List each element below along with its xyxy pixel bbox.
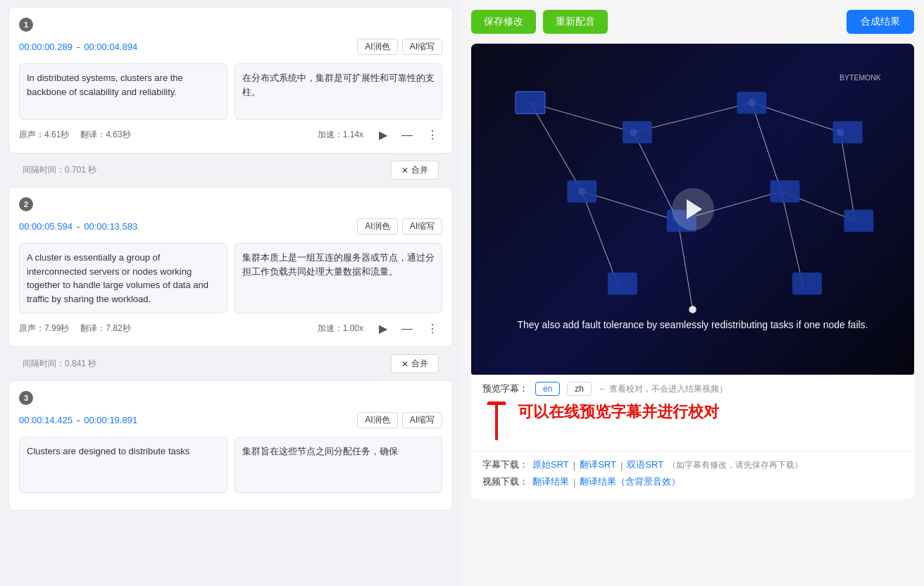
left-panel: 1 00:00:00.289 - 00:00:04.894 AI润色 AI缩写 … — [0, 0, 461, 586]
segment-1-ai-shorten[interactable]: AI缩写 — [402, 39, 442, 55]
svg-line-12 — [781, 192, 803, 287]
svg-rect-28 — [792, 273, 822, 294]
segment-3-translated-text[interactable]: 集群旨在这些节点之间分配任务，确保 — [235, 437, 443, 493]
segment-1-translated-text[interactable]: 在分布式系统中，集群是可扩展性和可靠性的支柱。 — [235, 63, 443, 120]
svg-line-7 — [582, 192, 678, 221]
segment-2-orig-dur: 原声：7.99秒 — [19, 323, 69, 335]
segment-2-footer: 原声：7.99秒 翻译：7.82秒 加速：1.00x ▶ — ⋮ — [19, 320, 442, 337]
gap-2-merge-btn[interactable]: ✕ 合并 — [391, 354, 439, 373]
segment-1-time-range: 00:00:00.289 - 00:00:04.894 — [19, 42, 137, 52]
svg-line-5 — [751, 103, 781, 192]
segment-1-original-text[interactable]: In distributed systems, clusters are the… — [19, 63, 227, 120]
segment-3-ai-btns: AI润色 AI缩写 — [357, 412, 442, 428]
segment-1-badge: 1 — [19, 18, 33, 32]
segment-2: 2 00:00:05.594 - 00:00:13.583 AI润色 AI缩写 … — [8, 187, 453, 347]
svg-rect-26 — [844, 210, 873, 232]
subtitle-note: （如字幕有修改，请先保存再下载） — [668, 459, 803, 471]
svg-line-11 — [678, 221, 693, 310]
svg-rect-22 — [833, 121, 863, 143]
svg-line-3 — [530, 103, 582, 192]
segment-3-badge: 3 — [19, 391, 33, 405]
segment-1: 1 00:00:00.289 - 00:00:04.894 AI润色 AI缩写 … — [8, 7, 453, 154]
segment-3-header: 00:00:14.425 - 00:00:19.891 AI润色 AI缩写 — [19, 412, 442, 428]
preview-label: 预览字幕： — [482, 382, 528, 395]
segment-1-header: 00:00:00.289 - 00:00:04.894 AI润色 AI缩写 — [19, 39, 442, 55]
svg-rect-27 — [608, 273, 637, 294]
segment-2-more-btn[interactable]: ⋮ — [423, 320, 442, 337]
segment-3-start: 00:00:14.425 — [19, 415, 73, 425]
segment-2-header: 00:00:05.594 - 00:00:13.583 AI润色 AI缩写 — [19, 218, 442, 235]
gap-1-merge-btn[interactable]: ✕ 合并 — [391, 161, 439, 180]
segment-3-original-text[interactable]: Clusters are designed to distribute task… — [19, 437, 227, 493]
lang-zh-btn[interactable]: zh — [567, 382, 592, 396]
segment-3-end: 00:00:19.891 — [84, 415, 137, 425]
video-placeholder: BYTEMONK They also add fault tolerance b… — [471, 44, 914, 375]
subtitle-download-label: 字幕下载： — [482, 459, 528, 471]
gap-1-label: 间隔时间：0.701 秒 — [23, 164, 96, 176]
lang-en-btn[interactable]: en — [535, 382, 560, 396]
video-translated-link[interactable]: 翻译结果 — [532, 475, 569, 488]
subtitle-download-row: 字幕下载： 原始SRT | 翻译SRT | 双语SRT （如字幕有修改，请先保存… — [482, 459, 903, 471]
subtitle-original-link[interactable]: 原始SRT — [532, 459, 569, 471]
segment-1-playback: ▶ — ⋮ — [375, 127, 442, 143]
svg-point-17 — [689, 306, 696, 313]
left-action-group: 保存修改 重新配音 — [471, 10, 608, 34]
segment-2-speed: 加速：1.00x — [318, 323, 363, 335]
segment-2-start: 00:00:05.594 — [19, 221, 73, 232]
segment-3-ai-polish[interactable]: AI润色 — [357, 412, 397, 428]
segment-2-trans-dur: 翻译：7.82秒 — [80, 323, 130, 335]
save-btn[interactable]: 保存修改 — [471, 10, 536, 34]
video-with-bgm-link[interactable]: 翻译结果（含背景音效） — [580, 475, 680, 488]
segment-1-text-areas: In distributed systems, clusters are the… — [19, 63, 442, 120]
segment-3-time-range: 00:00:14.425 - 00:00:19.891 — [19, 415, 137, 425]
segment-2-translated-text[interactable]: 集群本质上是一组互连的服务器或节点，通过分担工作负载共同处理大量数据和流量。 — [235, 243, 443, 313]
segment-3: 3 00:00:14.425 - 00:00:19.891 AI润色 AI缩写 … — [8, 380, 453, 511]
gap-1: 间隔时间：0.701 秒 ✕ 合并 — [8, 154, 453, 187]
svg-text:BYTEMONK: BYTEMONK — [839, 74, 881, 82]
merge-icon-2: ✕ — [401, 359, 408, 369]
segment-1-ai-polish[interactable]: AI润色 — [357, 39, 397, 55]
svg-line-0 — [530, 103, 634, 132]
video-container: BYTEMONK They also add fault tolerance b… — [471, 44, 914, 499]
segment-2-minus-btn[interactable]: — — [397, 321, 417, 337]
right-panel: 保存修改 重新配音 合成结果 — [461, 0, 924, 586]
reconfig-btn[interactable]: 重新配音 — [543, 10, 608, 34]
play-triangle-icon — [687, 199, 702, 219]
segment-1-play-btn[interactable]: ▶ — [375, 127, 392, 143]
segment-3-sep: - — [77, 415, 80, 425]
gap-1-merge-label: 合并 — [411, 164, 428, 176]
video-download-row: 视频下载： 翻译结果 | 翻译结果（含背景音效） — [482, 475, 903, 488]
compose-btn[interactable]: 合成结果 — [847, 10, 914, 34]
segment-1-minus-btn[interactable]: — — [397, 127, 417, 143]
subtitle-translated-link[interactable]: 翻译SRT — [580, 459, 616, 471]
segment-2-time-range: 00:00:05.594 - 00:00:13.583 — [19, 221, 137, 232]
play-button[interactable] — [672, 188, 714, 230]
segment-2-ai-polish[interactable]: AI润色 — [357, 218, 397, 235]
segment-2-end: 00:00:13.583 — [84, 221, 137, 232]
segment-1-footer: 原声：4.61秒 翻译：4.63秒 加速：1.14x ▶ — ⋮ — [19, 127, 442, 143]
segment-2-original-text[interactable]: A cluster is essentially a group of inte… — [19, 243, 227, 313]
svg-line-10 — [582, 192, 618, 287]
subtitle-bilingual-link[interactable]: 双语SRT — [627, 459, 663, 471]
segment-2-ai-shorten[interactable]: AI缩写 — [402, 218, 442, 235]
segment-2-durations: 原声：7.99秒 翻译：7.82秒 — [19, 323, 131, 335]
segment-3-ai-shorten[interactable]: AI缩写 — [402, 412, 442, 428]
segment-2-badge: 2 — [19, 197, 33, 211]
video-subtitle-text: They also add fault tolerance by seamles… — [516, 318, 870, 332]
merge-icon: ✕ — [401, 166, 408, 175]
segment-3-text-areas: Clusters are designed to distribute task… — [19, 437, 442, 493]
segment-1-controls: 加速：1.14x ▶ — ⋮ — [318, 127, 442, 143]
preview-lang-row: 预览字幕： en zh ← 查看校对，不会进入结果视频） — [482, 382, 903, 396]
segment-2-play-btn[interactable]: ▶ — [375, 320, 392, 337]
segment-1-speed: 加速：1.14x — [318, 129, 363, 141]
video-download-label: 视频下载： — [482, 475, 528, 488]
arrow-section: 可以在线预览字幕并进行校对 — [471, 401, 914, 451]
segment-2-sep: - — [77, 221, 80, 232]
preview-section: 预览字幕： en zh ← 查看校对，不会进入结果视频） — [471, 375, 914, 396]
segment-1-more-btn[interactable]: ⋮ — [423, 127, 442, 143]
big-text: 可以在线预览字幕并进行校对 — [518, 401, 719, 423]
gap-2-merge-label: 合并 — [411, 358, 428, 370]
segment-2-playback: ▶ — ⋮ — [375, 320, 442, 337]
red-arrow-icon — [482, 401, 511, 444]
svg-line-1 — [634, 103, 752, 132]
